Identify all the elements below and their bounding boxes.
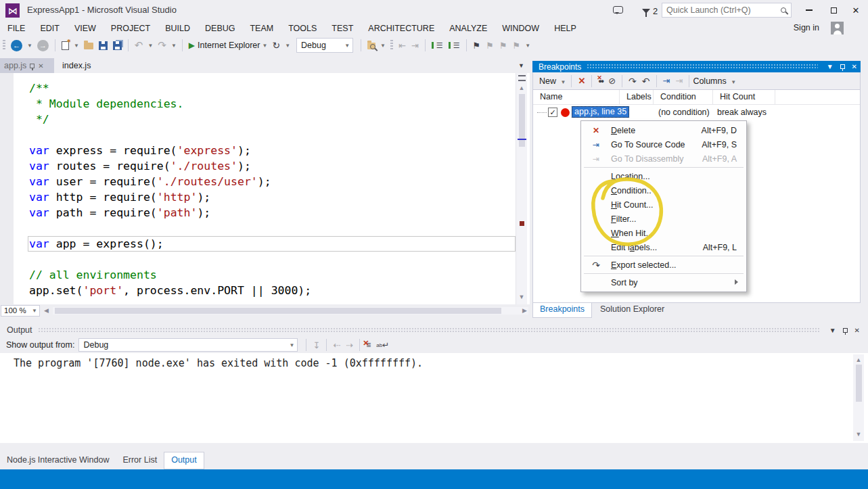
scroll-up-icon[interactable]: ▲	[516, 85, 527, 91]
window-position-dropdown-icon[interactable]: ▼	[829, 327, 836, 334]
context-menu-item-go-to-source-code[interactable]: ⇥ Go To Source Code Alt+F9, S	[581, 137, 746, 152]
browser-select-label[interactable]: Internet Explorer	[198, 41, 260, 50]
delete-breakpoint-icon[interactable]: ✕	[578, 76, 585, 86]
editor-vertical-scrollbar[interactable]: ▲ ▼	[516, 73, 527, 304]
navigate-forward-icon[interactable]: →	[37, 40, 49, 51]
new-file-icon[interactable]	[62, 41, 69, 50]
clear-bookmarks-icon[interactable]: ⚑	[513, 41, 521, 51]
context-menu-item-export-selected[interactable]: ↷ Export selected...	[581, 258, 746, 272]
editor-horizontal-scrollbar[interactable]: ▶	[53, 307, 528, 315]
undo-icon[interactable]: ↶	[135, 39, 143, 51]
solution-configuration-combo[interactable]: Debug ▼	[296, 38, 353, 53]
bookmarks-overflow-icon[interactable]: ▼	[525, 43, 530, 49]
scroll-down-icon[interactable]: ▼	[853, 431, 864, 438]
find-overflow-icon[interactable]: ▼	[380, 43, 386, 49]
output-source-combo[interactable]: Debug ▼	[78, 338, 298, 352]
previous-message-icon[interactable]: ⇠	[333, 340, 340, 350]
output-panel-titlebar[interactable]: Output ▼ ✕	[0, 323, 863, 337]
refresh-dropdown-icon[interactable]: ▼	[285, 43, 290, 49]
go-to-message-icon[interactable]: ↧	[313, 340, 320, 350]
notifications-button[interactable]: 2	[642, 6, 658, 16]
menu-team[interactable]: TEAM	[242, 21, 281, 36]
next-bookmark-icon[interactable]: ⚑	[499, 41, 507, 51]
column-header-hit-count[interactable]: Hit Count	[713, 90, 775, 105]
maximize-button[interactable]	[821, 0, 846, 20]
browser-select-dropdown-icon[interactable]: ▼	[262, 43, 268, 49]
feedback-icon[interactable]	[613, 6, 623, 14]
scroll-left-icon[interactable]: ◀	[44, 307, 49, 314]
scroll-down-icon[interactable]: ▼	[516, 294, 527, 300]
scroll-up-icon[interactable]: ▲	[853, 356, 864, 363]
breakpoint-row[interactable]: ✓ app.js, line 35 (no condition) break a…	[533, 106, 860, 120]
menu-analyze[interactable]: ANALYZE	[442, 21, 495, 36]
next-message-icon[interactable]: ⇢	[346, 340, 353, 350]
quick-launch-input[interactable]	[662, 5, 781, 15]
start-debug-icon[interactable]: ▶	[189, 41, 195, 50]
tab-solution-explorer[interactable]: Solution Explorer	[592, 303, 672, 318]
scroll-right-icon[interactable]: ▶	[522, 307, 527, 314]
breakpoint-margin[interactable]	[0, 73, 14, 304]
redo-icon[interactable]: ↷	[158, 39, 166, 51]
context-menu-item-condition[interactable]: Condition..	[581, 183, 746, 197]
save-icon[interactable]	[99, 41, 108, 50]
breakpoint-enabled-checkbox[interactable]: ✓	[548, 108, 557, 117]
tab-breakpoints[interactable]: Breakpoints	[532, 303, 592, 318]
breakpoints-panel-titlebar[interactable]: Breakpoints ▼ ✕	[532, 61, 861, 72]
tab-nodejs-interactive-window[interactable]: Node.js Interactive Window	[0, 452, 116, 465]
menu-build[interactable]: BUILD	[158, 21, 198, 36]
columns-button[interactable]: Columns ▼	[693, 76, 738, 86]
import-breakpoints-icon[interactable]: ↶	[642, 76, 650, 87]
context-menu-item-filter[interactable]: Filter...	[581, 212, 746, 226]
pin-icon[interactable]	[30, 64, 35, 68]
go-to-disassembly-icon[interactable]: ⇥	[675, 76, 683, 86]
new-file-dropdown-icon[interactable]: ▼	[74, 43, 79, 49]
close-panel-icon[interactable]: ✕	[854, 327, 860, 334]
context-menu-item-delete[interactable]: ✕ Delete Alt+F9, D	[581, 123, 746, 137]
context-menu-item-when-hit[interactable]: When Hit...	[581, 226, 746, 240]
column-header-condition[interactable]: Condition	[654, 90, 713, 105]
output-vertical-scrollbar[interactable]: ▲ ▼	[853, 354, 864, 441]
context-menu-item-hit-count[interactable]: Hit Count...	[581, 197, 746, 212]
menu-file[interactable]: FILE	[0, 21, 32, 36]
previous-bookmark-icon[interactable]: ⚑	[486, 41, 494, 51]
close-panel-icon[interactable]: ✕	[852, 63, 857, 70]
editor-splitter-handle[interactable]	[518, 75, 526, 81]
comment-out-icon[interactable]: ⇤	[398, 41, 406, 51]
toolbar-grip[interactable]	[390, 40, 393, 51]
menu-window[interactable]: WINDOW	[495, 21, 547, 36]
export-all-breakpoints-icon[interactable]: ↷	[629, 76, 637, 87]
toolbar-grip[interactable]	[3, 40, 5, 51]
undo-dropdown-icon[interactable]: ▼	[147, 43, 153, 49]
pin-icon[interactable]	[843, 328, 848, 333]
tab-app-js[interactable]: app.js ✕	[0, 58, 54, 73]
breakpoint-name[interactable]: app.js, line 35	[572, 106, 629, 118]
save-all-icon[interactable]	[113, 41, 122, 50]
menu-debug[interactable]: DEBUG	[198, 21, 242, 36]
menu-view[interactable]: VIEW	[67, 21, 104, 36]
disable-all-breakpoints-icon[interactable]: ⊘	[608, 76, 616, 86]
tab-index-js[interactable]: index.js	[57, 58, 96, 73]
quick-launch-box[interactable]	[662, 3, 792, 18]
pin-icon[interactable]	[840, 64, 845, 69]
column-header-name[interactable]: Name	[533, 90, 620, 105]
close-button[interactable]: ✕	[844, 0, 868, 20]
menu-edit[interactable]: EDIT	[32, 21, 66, 36]
zoom-control[interactable]: 100 % ▼	[1, 305, 40, 317]
toggle-word-wrap-icon[interactable]: ab↵	[376, 340, 389, 350]
context-menu-item-go-to-disassembly[interactable]: ⇥ Go To Disassembly Alt+F9, A	[581, 152, 746, 166]
clear-all-output-icon[interactable]: ≡✕	[366, 340, 371, 350]
scrollbar-thumb[interactable]	[55, 308, 501, 314]
open-file-icon[interactable]	[84, 41, 93, 49]
navigate-backward-dropdown-icon[interactable]: ▼	[27, 43, 32, 49]
increase-indent-icon[interactable]: ☰	[449, 42, 460, 49]
context-menu-item-edit-labels[interactable]: Edit labels... Alt+F9, L	[581, 240, 746, 254]
new-breakpoint-button[interactable]: New ▼	[539, 76, 568, 86]
redo-dropdown-icon[interactable]: ▼	[171, 43, 177, 49]
sign-in-link[interactable]: Sign in	[794, 23, 819, 32]
code-area[interactable]: /** * Module dependencies. */ var expres…	[29, 80, 311, 298]
context-menu-item-sort-by[interactable]: Sort by	[581, 275, 746, 289]
close-tab-icon[interactable]: ✕	[38, 62, 43, 70]
navigate-backward-icon[interactable]: ←	[11, 40, 22, 51]
menu-test[interactable]: TEST	[324, 21, 361, 36]
window-position-dropdown-icon[interactable]: ▼	[827, 63, 833, 70]
